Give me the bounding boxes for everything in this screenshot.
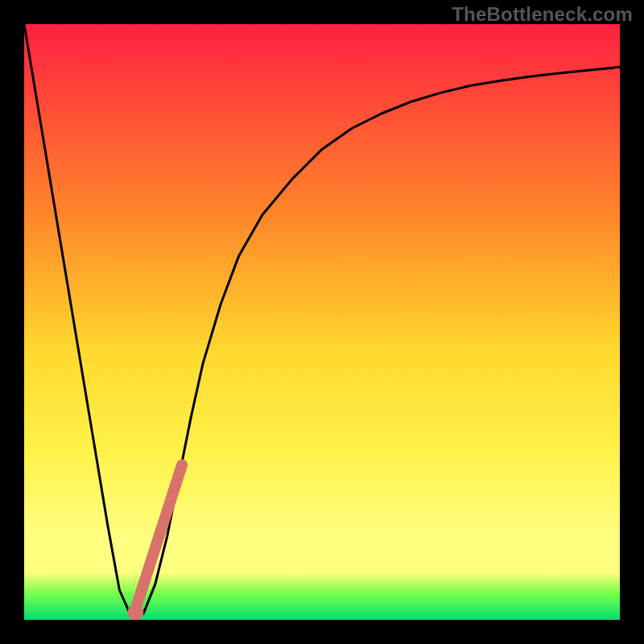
chart-svg — [24, 24, 620, 620]
chart-frame: TheBottleneck.com — [0, 0, 644, 644]
plot-area — [24, 24, 620, 620]
watermark-text: TheBottleneck.com — [452, 3, 633, 26]
highlight-point — [127, 604, 143, 620]
gradient-background — [24, 24, 620, 620]
